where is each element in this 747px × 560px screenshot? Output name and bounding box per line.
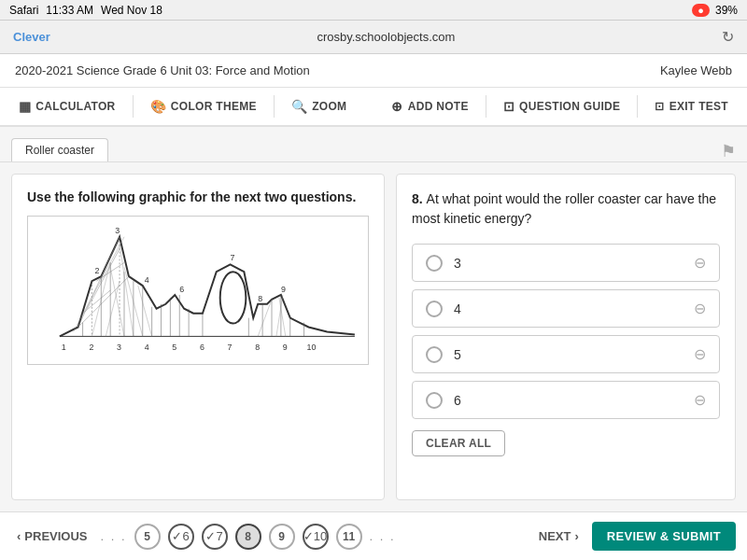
svg-text:6: 6 (179, 285, 184, 294)
date: Wed Nov 18 (101, 4, 162, 17)
clear-all-button[interactable]: CLEAR ALL (412, 430, 505, 456)
svg-text:8: 8 (258, 294, 262, 303)
right-panel: 8. At what point would the roller coaste… (396, 174, 736, 500)
next-arrow-icon: › (574, 529, 578, 543)
eliminate-6-icon[interactable]: ⊖ (694, 391, 706, 409)
status-right: ● 39% (692, 4, 738, 17)
clever-logo: Clever (13, 30, 50, 44)
radio-5[interactable] (426, 346, 443, 363)
status-bar: Safari 11:33 AM Wed Nov 18 ● 39% (0, 0, 747, 21)
page-6-checked[interactable]: ✓6 (168, 524, 194, 550)
svg-line-46 (106, 281, 120, 336)
main-content: Use the following graphic for the next t… (0, 162, 747, 511)
answer-left-3: 3 (426, 255, 461, 272)
calculator-button[interactable]: ▦ CALCULATOR (9, 93, 125, 119)
eliminate-5-icon[interactable]: ⊖ (694, 345, 706, 363)
answer-left-5: 5 (426, 346, 461, 363)
answer-left-6: 6 (426, 392, 461, 409)
answer-option-6[interactable]: 6 ⊖ (412, 381, 720, 419)
left-panel: Use the following graphic for the next t… (11, 174, 385, 500)
svg-text:9: 9 (281, 285, 286, 294)
question-guide-button[interactable]: ⊡ QUESTION GUIDE (494, 93, 630, 119)
eliminate-4-icon[interactable]: ⊖ (694, 300, 706, 317)
prev-arrow-icon: ‹ (17, 529, 21, 543)
answer-option-5[interactable]: 5 ⊖ (412, 335, 720, 373)
course-title: 2020-2021 Science Grade 6 Unit 03: Force… (15, 63, 310, 77)
app-name: Safari (9, 4, 38, 17)
next-button[interactable]: NEXT › (533, 525, 585, 547)
divider (133, 95, 134, 118)
tab-bar: Roller coaster ⚑ (0, 127, 747, 162)
exit-test-button[interactable]: ⊡ EXIT TEST (645, 94, 738, 119)
divider3 (486, 95, 486, 118)
battery-toggle: ● (692, 4, 710, 17)
page-7-checked[interactable]: ✓7 (202, 524, 228, 550)
answer-label-5: 5 (454, 347, 461, 362)
answer-label-3: 3 (454, 256, 461, 271)
palette-icon: 🎨 (150, 99, 166, 114)
roller-coaster-svg: 1 2 3 4 5 6 7 8 9 10 3 7 2 4 6 8 9 (28, 217, 368, 364)
browser-url: crosby.schoolobjects.com (317, 30, 455, 44)
radio-3[interactable] (426, 255, 443, 272)
question-number: 8. (412, 191, 427, 206)
note-icon: ⊕ (391, 99, 402, 114)
svg-text:3: 3 (115, 226, 120, 235)
color-theme-button[interactable]: 🎨 COLOR THEME (141, 93, 266, 119)
svg-line-47 (110, 267, 124, 336)
course-header: 2020-2021 Science Grade 6 Unit 03: Force… (0, 54, 747, 88)
svg-text:9: 9 (283, 343, 288, 352)
eliminate-3-icon[interactable]: ⊖ (694, 254, 706, 272)
answer-option-3[interactable]: 3 ⊖ (412, 244, 720, 282)
divider4 (637, 95, 638, 118)
calculator-icon: ▦ (19, 99, 31, 114)
divider2 (274, 95, 275, 118)
page-5[interactable]: 5 (134, 524, 161, 550)
dots-right: . . . (370, 529, 396, 543)
roller-coaster-tab[interactable]: Roller coaster (11, 138, 108, 161)
svg-text:1: 1 (62, 343, 66, 352)
left-panel-instruction: Use the following graphic for the next t… (27, 189, 369, 204)
review-submit-button[interactable]: REVIEW & SUBMIT (592, 522, 736, 551)
page-8-current[interactable]: 8 (235, 524, 261, 550)
roller-coaster-image: 1 2 3 4 5 6 7 8 9 10 3 7 2 4 6 8 9 (27, 216, 369, 365)
student-name: Kaylee Webb (660, 63, 732, 77)
radio-4[interactable] (426, 301, 443, 317)
browser-bar: Clever crosby.schoolobjects.com ↻ (0, 21, 747, 54)
svg-text:4: 4 (145, 275, 149, 285)
svg-line-25 (83, 290, 111, 314)
toolbar: ▦ CALCULATOR 🎨 COLOR THEME 🔍 ZOOM ⊕ ADD … (0, 88, 747, 127)
svg-line-50 (138, 286, 152, 336)
svg-line-48 (120, 245, 134, 337)
svg-text:10: 10 (307, 343, 317, 352)
svg-line-26 (74, 237, 124, 332)
time: 11:33 AM (46, 4, 93, 17)
add-note-button[interactable]: ⊕ ADD NOTE (382, 93, 477, 119)
page-10-checked[interactable]: ✓10 (303, 524, 329, 550)
svg-text:5: 5 (172, 343, 176, 352)
zoom-icon: 🔍 (291, 99, 307, 114)
flag-icon[interactable]: ⚑ (721, 141, 736, 161)
exit-icon: ⊡ (655, 100, 664, 113)
zoom-button[interactable]: 🔍 ZOOM (282, 93, 357, 119)
page-11[interactable]: 11 (336, 524, 362, 550)
svg-text:4: 4 (145, 343, 149, 352)
svg-point-18 (220, 272, 247, 323)
answer-label-6: 6 (454, 393, 461, 408)
svg-text:8: 8 (255, 343, 260, 352)
answer-label-4: 4 (454, 301, 461, 316)
question-text: 8. At what point would the roller coaste… (412, 189, 720, 229)
svg-text:7: 7 (228, 343, 233, 352)
page-9[interactable]: 9 (269, 524, 295, 550)
bottom-nav: ‹ PREVIOUS . . . 5 ✓6 ✓7 8 9 ✓10 11 . . … (0, 511, 747, 560)
reload-button[interactable]: ↻ (722, 28, 734, 46)
svg-text:3: 3 (117, 343, 121, 352)
answer-left-4: 4 (426, 301, 461, 317)
question-body: At what point would the roller coaster c… (412, 191, 716, 226)
radio-6[interactable] (426, 392, 443, 409)
answer-option-4[interactable]: 4 ⊖ (412, 289, 720, 328)
svg-text:2: 2 (94, 266, 99, 275)
dots-left: . . . (101, 529, 127, 543)
previous-button[interactable]: ‹ PREVIOUS (11, 525, 93, 547)
status-left: Safari 11:33 AM Wed Nov 18 (9, 4, 162, 17)
guide-icon: ⊡ (503, 99, 514, 114)
